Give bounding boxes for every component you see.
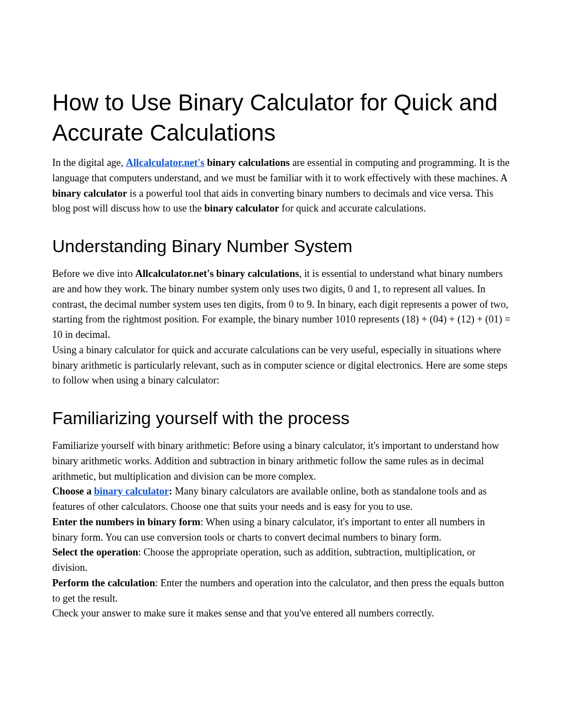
- section2-paragraph4: Select the operation: Choose the appropr…: [52, 545, 511, 576]
- section2-paragraph6: Check your answer to make sure it makes …: [52, 606, 511, 621]
- bold-text: Allcalculator.net's binary calculations: [135, 268, 299, 279]
- section2-paragraph3: Enter the numbers in binary form: When u…: [52, 515, 511, 546]
- section-heading-1: Understanding Binary Number System: [52, 236, 511, 257]
- section-heading-2: Familiarizing yourself with the process: [52, 408, 511, 429]
- bold-text: binary calculator: [204, 203, 279, 214]
- allcalculator-link[interactable]: Allcalculator.net's: [126, 157, 205, 168]
- section2-paragraph1: Familiarize yourself with binary arithme…: [52, 438, 511, 484]
- page-title: How to Use Binary Calculator for Quick a…: [52, 88, 511, 148]
- body-text: Before we dive into: [52, 268, 135, 279]
- bold-text: Enter the numbers in binary form: [52, 516, 200, 527]
- intro-text: for quick and accurate calculations.: [279, 203, 426, 214]
- section1-paragraph1: Before we dive into Allcalculator.net's …: [52, 266, 511, 343]
- section2-paragraph5: Perform the calculation: Enter the numbe…: [52, 576, 511, 607]
- bold-text: binary calculator: [52, 188, 127, 199]
- bold-text: Choose a: [52, 486, 94, 497]
- bold-text: Perform the calculation: [52, 577, 155, 588]
- link-text: binary calculator: [94, 486, 169, 497]
- bold-text: Select the operation: [52, 547, 138, 558]
- intro-text: In the digital age,: [52, 157, 126, 168]
- bold-text: binary calculations: [205, 157, 290, 168]
- binary-calculator-link[interactable]: binary calculator: [94, 486, 169, 497]
- link-text: Allcalculator.net's: [126, 157, 205, 168]
- intro-paragraph: In the digital age, Allcalculator.net's …: [52, 155, 511, 216]
- section1-paragraph2: Using a binary calculator for quick and …: [52, 343, 511, 388]
- section2-paragraph2: Choose a binary calculator: Many binary …: [52, 484, 511, 515]
